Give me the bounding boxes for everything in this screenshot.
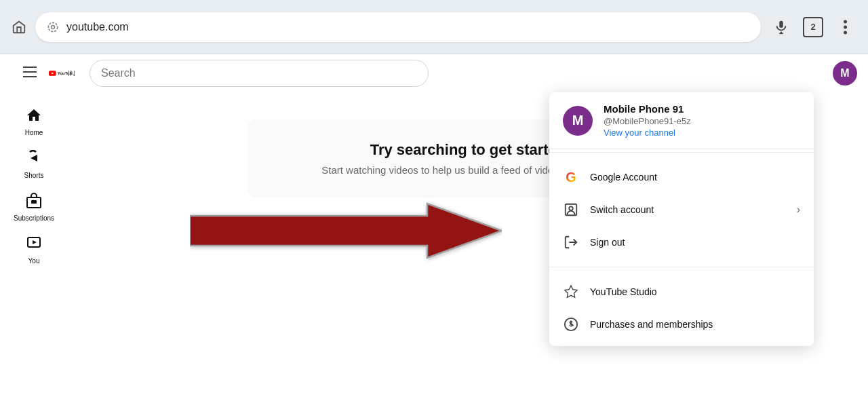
you-label: You xyxy=(28,257,40,265)
dropdown-google-account[interactable]: G Google Account xyxy=(549,161,814,193)
user-avatar-button[interactable]: M xyxy=(833,61,857,86)
sign-out-label: Sign out xyxy=(590,237,800,248)
tracking-protection-icon xyxy=(46,20,60,34)
svg-point-5 xyxy=(844,20,847,23)
home-icon xyxy=(26,107,42,126)
url-text: youtube.com xyxy=(66,21,750,33)
svg-point-1 xyxy=(48,22,57,31)
svg-point-0 xyxy=(52,25,55,28)
sign-out-icon xyxy=(563,234,579,250)
shorts-label: Shorts xyxy=(24,172,44,179)
view-channel-link[interactable]: View your channel xyxy=(604,128,691,138)
dropdown-header: M Mobile Phone 91 @MobilePhone91-e5z Vie… xyxy=(549,92,814,149)
browser-chrome: youtube.com 2 xyxy=(0,0,868,54)
svg-text:$: $ xyxy=(569,320,573,328)
sidebar-item-shorts[interactable]: Shorts xyxy=(0,143,68,186)
sidebar-item-subscriptions[interactable]: Subscriptions xyxy=(0,186,68,229)
microphone-button[interactable] xyxy=(769,15,793,39)
browser-actions: 2 xyxy=(769,15,857,39)
subscriptions-icon xyxy=(26,193,42,212)
user-handle: @MobilePhone91-e5z xyxy=(604,116,691,126)
search-bar xyxy=(90,60,429,87)
svg-marker-19 xyxy=(565,286,577,297)
logo-area: YouTube IN xyxy=(11,58,79,88)
google-account-label: Google Account xyxy=(590,172,800,183)
header-actions: M xyxy=(833,61,857,86)
tab-count-button[interactable]: 2 xyxy=(803,17,823,37)
arrow-annotation xyxy=(190,197,502,267)
sidebar: Home Shorts xyxy=(0,54,68,399)
switch-account-icon xyxy=(563,202,579,218)
svg-marker-15 xyxy=(190,204,502,258)
dropdown-youtube-studio[interactable]: YouTube Studio xyxy=(549,276,814,308)
you-icon xyxy=(26,235,42,254)
search-input[interactable] xyxy=(101,67,417,79)
sidebar-item-you[interactable]: You xyxy=(0,229,68,271)
address-bar[interactable]: youtube.com xyxy=(35,12,761,42)
home-label: Home xyxy=(25,129,43,136)
svg-rect-2 xyxy=(779,20,783,27)
svg-point-7 xyxy=(844,31,847,34)
dropdown-sign-out[interactable]: Sign out xyxy=(549,226,814,259)
youtube-studio-icon xyxy=(563,284,579,300)
svg-rect-12 xyxy=(31,200,37,204)
country-label: IN xyxy=(68,69,75,77)
divider-2 xyxy=(549,267,814,267)
browser-home-icon[interactable] xyxy=(11,19,27,35)
switch-account-chevron: › xyxy=(797,204,800,216)
divider-1 xyxy=(549,152,814,153)
user-name: Mobile Phone 91 xyxy=(604,103,691,115)
hamburger-line-1 xyxy=(23,66,37,68)
shorts-icon xyxy=(26,150,42,169)
hamburger-button[interactable] xyxy=(16,58,43,86)
more-options-icon xyxy=(844,20,847,35)
more-options-button[interactable] xyxy=(833,15,857,39)
dropdown-menu: M Mobile Phone 91 @MobilePhone91-e5z Vie… xyxy=(549,92,814,346)
dropdown-section-studio: YouTube Studio $ Purchases and membershi… xyxy=(549,270,814,346)
youtube-studio-label: YouTube Studio xyxy=(590,286,800,297)
subscriptions-label: Subscriptions xyxy=(14,214,54,222)
hamburger-line-2 xyxy=(23,71,37,73)
sidebar-item-home[interactable]: Home xyxy=(0,100,68,143)
youtube-header: YouTube IN M xyxy=(0,54,868,92)
purchases-icon: $ xyxy=(563,316,579,332)
search-area xyxy=(90,60,429,87)
dropdown-purchases[interactable]: $ Purchases and memberships xyxy=(549,308,814,341)
user-info: Mobile Phone 91 @MobilePhone91-e5z View … xyxy=(604,103,691,138)
svg-point-6 xyxy=(844,25,847,28)
svg-marker-14 xyxy=(33,240,37,244)
google-g-icon: G xyxy=(563,169,579,185)
hamburger-line-3 xyxy=(23,76,37,77)
purchases-label: Purchases and memberships xyxy=(590,319,800,330)
switch-account-label: Switch account xyxy=(590,204,786,215)
youtube-logo[interactable]: YouTube IN xyxy=(49,65,75,81)
big-arrow-svg xyxy=(190,197,502,265)
dropdown-section-account: G Google Account Switch account › xyxy=(549,155,814,264)
dropdown-switch-account[interactable]: Switch account › xyxy=(549,193,814,226)
microphone-icon xyxy=(774,20,789,35)
svg-point-17 xyxy=(569,206,573,210)
dropdown-avatar: M xyxy=(563,106,593,136)
sidebar-nav: Home Shorts xyxy=(0,100,68,271)
